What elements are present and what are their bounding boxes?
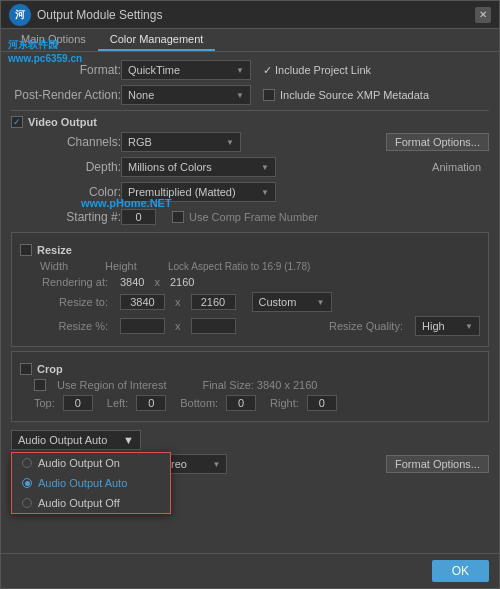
rendering-at-h: 2160 — [170, 276, 194, 288]
close-button[interactable]: ✕ — [475, 7, 491, 23]
color-select[interactable]: Premultiplied (Matted) ▼ — [121, 182, 276, 202]
post-render-row: Post-Render Action: None ▼ Include Sourc… — [11, 85, 489, 105]
audio-auto-radio — [22, 478, 32, 488]
title-bar-left: 河 Output Module Settings — [9, 4, 162, 26]
use-roi-label: Use Region of Interest — [57, 379, 166, 391]
resize-to-preset-select[interactable]: Custom ▼ — [252, 292, 332, 312]
resize-to-width-input[interactable] — [120, 294, 165, 310]
color-arrow: ▼ — [261, 188, 269, 197]
resize-quality-label: Resize Quality: — [329, 320, 403, 332]
depth-select[interactable]: Millions of Colors ▼ — [121, 157, 276, 177]
use-comp-frame-row: Use Comp Frame Number — [172, 211, 318, 223]
crop-top-label: Top: — [34, 397, 55, 409]
crop-header: Crop — [20, 363, 480, 375]
audio-dropdown-menu: Audio Output On Audio Output Auto Audio … — [11, 452, 171, 514]
crop-left-label: Left: — [107, 397, 128, 409]
resize-to-row: Resize to: x Custom ▼ — [28, 292, 480, 312]
channels-row: Channels: RGB ▼ Format Options... — [31, 132, 489, 152]
x-sep1: x — [154, 276, 160, 288]
post-render-arrow: ▼ — [236, 91, 244, 100]
use-roi-checkbox[interactable] — [34, 379, 46, 391]
crop-bottom-input[interactable] — [226, 395, 256, 411]
resize-to-height-input[interactable] — [191, 294, 236, 310]
color-row: Color: Premultiplied (Matted) ▼ — [31, 182, 489, 202]
starting-input[interactable] — [121, 209, 156, 225]
use-comp-frame-checkbox[interactable] — [172, 211, 184, 223]
title-bar-controls: ✕ — [475, 7, 491, 23]
starting-label: Starting #: — [31, 210, 121, 224]
channels-label: Channels: — [31, 135, 121, 149]
main-content: www.pHome.NET Format: QuickTime ▼ ✓ Incl… — [1, 52, 499, 553]
include-project-link: ✓ Include Project Link — [263, 63, 371, 77]
include-xmp-checkbox[interactable] — [263, 89, 275, 101]
format-select-arrow: ▼ — [236, 66, 244, 75]
crop-section: Crop Use Region of Interest Final Size: … — [11, 351, 489, 422]
crop-top-input[interactable] — [63, 395, 93, 411]
footer-bar: OK — [1, 553, 499, 588]
animation-label: Animation — [432, 161, 481, 173]
rendering-at-w: 3840 — [120, 276, 144, 288]
audio-on-radio — [22, 458, 32, 468]
window-title: Output Module Settings — [37, 8, 162, 22]
starting-row: Starting #: Use Comp Frame Number — [31, 207, 489, 227]
resize-quality-select[interactable]: High ▼ — [415, 316, 480, 336]
audio-format-options-button[interactable]: Format Options... — [386, 455, 489, 473]
crop-left-input[interactable] — [136, 395, 166, 411]
depth-row: Depth: Millions of Colors ▼ Animation — [31, 157, 489, 177]
post-render-select[interactable]: None ▼ — [121, 85, 251, 105]
format-options-button[interactable]: Format Options... — [386, 133, 489, 151]
video-output-checkbox[interactable] — [11, 116, 23, 128]
resize-label: Resize — [37, 244, 72, 256]
color-label: Color: — [31, 185, 121, 199]
audio-output-on-item[interactable]: Audio Output On — [12, 453, 170, 473]
rendering-at-row: Rendering at: 3840 x 2160 — [28, 276, 480, 288]
resize-pct-h-input[interactable] — [191, 318, 236, 334]
channels-select[interactable]: RGB ▼ — [121, 132, 241, 152]
resize-checkbox[interactable] — [20, 244, 32, 256]
video-output-label: Video Output — [28, 116, 97, 128]
height-col-label: Height — [105, 260, 150, 272]
tab-color-management[interactable]: Color Management — [98, 29, 216, 51]
resize-to-label: Resize to: — [28, 296, 108, 308]
crop-label: Crop — [37, 363, 63, 375]
x-sep3: x — [175, 320, 181, 332]
crop-right-label: Right: — [270, 397, 299, 409]
lock-aspect-label: Lock Aspect Ratio to 16:9 (1.78) — [168, 261, 310, 272]
resize-quality-arrow: ▼ — [465, 322, 473, 331]
tab-main-options[interactable]: Main Options — [9, 29, 98, 51]
crop-checkbox[interactable] — [20, 363, 32, 375]
use-roi-row: Use Region of Interest Final Size: 3840 … — [34, 379, 480, 391]
resize-header: Resize — [20, 244, 480, 256]
tabs-bar: Main Options Color Management — [1, 29, 499, 52]
include-xmp-row: Include Source XMP Metadata — [263, 89, 429, 101]
ok-button[interactable]: OK — [432, 560, 489, 582]
x-sep2: x — [175, 296, 181, 308]
use-comp-frame-label: Use Comp Frame Number — [189, 211, 318, 223]
final-size-label: Final Size: 3840 x 2160 — [202, 379, 317, 391]
format-label: Format: — [11, 63, 121, 77]
crop-bottom-label: Bottom: — [180, 397, 218, 409]
format-row: Format: QuickTime ▼ ✓ Include Project Li… — [11, 60, 489, 80]
audio-output-auto-item[interactable]: Audio Output Auto — [12, 473, 170, 493]
audio-off-radio — [22, 498, 32, 508]
app-logo: 河 — [9, 4, 31, 26]
crop-right-input[interactable] — [307, 395, 337, 411]
resize-pct-w-input[interactable] — [120, 318, 165, 334]
depth-label: Depth: — [31, 160, 121, 174]
audio-dropdown-container: Audio Output Auto ▼ Audio Output On Audi… — [11, 430, 141, 450]
crop-values-row: Top: Left: Bottom: Right: — [34, 395, 480, 411]
post-render-label: Post-Render Action: — [11, 88, 121, 102]
video-output-header: Video Output — [11, 116, 489, 128]
include-xmp-label: Include Source XMP Metadata — [280, 89, 429, 101]
audio-output-off-item[interactable]: Audio Output Off — [12, 493, 170, 513]
audio-select-arrow: ▼ — [123, 434, 134, 446]
resize-preset-arrow: ▼ — [317, 298, 325, 307]
title-bar: 河 Output Module Settings ✕ — [1, 1, 499, 29]
resize-pct-row: Resize %: x Resize Quality: High ▼ — [28, 316, 480, 336]
resize-col-labels: Width Height Lock Aspect Ratio to 16:9 (… — [40, 260, 480, 272]
audio-output-select[interactable]: Audio Output Auto ▼ — [11, 430, 141, 450]
depth-arrow: ▼ — [261, 163, 269, 172]
rendering-at-label: Rendering at: — [28, 276, 108, 288]
audio-channels-arrow: ▼ — [213, 460, 221, 469]
format-select[interactable]: QuickTime ▼ — [121, 60, 251, 80]
